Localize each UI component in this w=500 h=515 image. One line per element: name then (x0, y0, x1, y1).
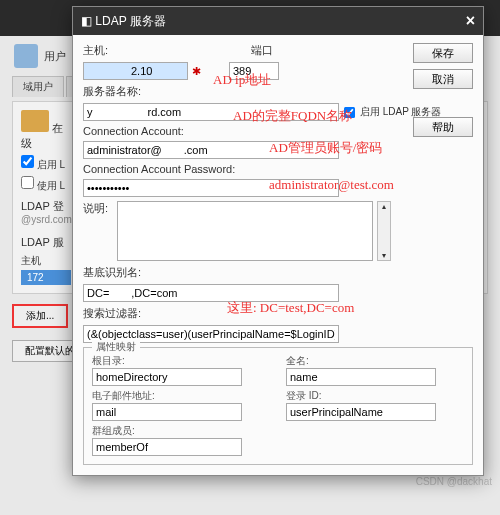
root-dir-label: 根目录: (92, 354, 270, 368)
group-member-input[interactable] (92, 438, 242, 456)
group-member-label: 群组成员: (92, 424, 270, 438)
login-id-input[interactable] (286, 403, 436, 421)
close-icon[interactable]: × (466, 12, 475, 30)
fullname-input[interactable] (286, 368, 436, 386)
conn-account-label: Connection Account: (83, 125, 184, 137)
desc-label: 说明: (83, 201, 113, 216)
ldap-icon: ◧ (81, 14, 92, 28)
enable-ldap-checkbox[interactable] (344, 106, 355, 117)
filter-label: 搜索过滤器: (83, 306, 141, 321)
cb-use-ldap[interactable] (21, 176, 34, 189)
host-input[interactable] (83, 62, 188, 80)
scrollbar[interactable]: ▴▾ (377, 201, 391, 261)
attr-mapping-group: 属性映射 根目录: 全名: 电子邮件地址: 登录 ID: 群组成员: (83, 347, 473, 465)
cancel-button[interactable]: 取消 (413, 69, 473, 89)
count-label: 级 (21, 137, 32, 149)
conn-password-input[interactable] (83, 179, 339, 197)
ldap-dialog: ◧ LDAP 服务器 × 保存 取消 帮助 主机: 端口 ✱ 服务器名称: 启用… (72, 6, 484, 476)
cb-enable-label: 启用 L (37, 159, 65, 170)
mail-label: 电子邮件地址: (92, 389, 270, 403)
server-name-input[interactable] (83, 103, 339, 121)
port-label: 端口 (251, 43, 273, 58)
host-value-bg[interactable]: 172 (21, 270, 71, 285)
server-name-label: 服务器名称: (83, 84, 141, 99)
help-button[interactable]: 帮助 (413, 117, 473, 137)
watermark: CSDN @dackhat (416, 476, 492, 487)
user-icon (14, 44, 38, 68)
mail-input[interactable] (92, 403, 242, 421)
port-input[interactable] (229, 62, 279, 80)
add-button[interactable]: 添加... (12, 304, 68, 328)
dialog-title: LDAP 服务器 (95, 13, 165, 30)
conn-account-input[interactable] (83, 141, 339, 159)
required-icon: ✱ (192, 65, 201, 78)
side-buttons: 保存 取消 帮助 (413, 43, 473, 137)
user-label: 用户 (44, 49, 66, 64)
host-label: 主机: (83, 43, 113, 58)
folder-icon (21, 110, 49, 132)
cb-enable-ldap[interactable] (21, 155, 34, 168)
attr-mapping-title: 属性映射 (92, 340, 140, 354)
base-dn-input[interactable] (83, 284, 339, 302)
base-dn-label: 基底识别名: (83, 265, 141, 280)
desc-input[interactable] (117, 201, 373, 261)
conn-password-label: Connection Account Password: (83, 163, 235, 175)
cb-use-label: 使用 L (37, 180, 65, 191)
tab-domain-users[interactable]: 域用户 (12, 76, 64, 97)
online-label: 在 (52, 122, 63, 134)
dialog-titlebar[interactable]: ◧ LDAP 服务器 × (73, 7, 483, 35)
login-id-label: 登录 ID: (286, 389, 464, 403)
fullname-label: 全名: (286, 354, 464, 368)
dialog-body: 保存 取消 帮助 主机: 端口 ✱ 服务器名称: 启用 LDAP 服务器 Con… (73, 35, 483, 475)
root-dir-input[interactable] (92, 368, 242, 386)
save-button[interactable]: 保存 (413, 43, 473, 63)
